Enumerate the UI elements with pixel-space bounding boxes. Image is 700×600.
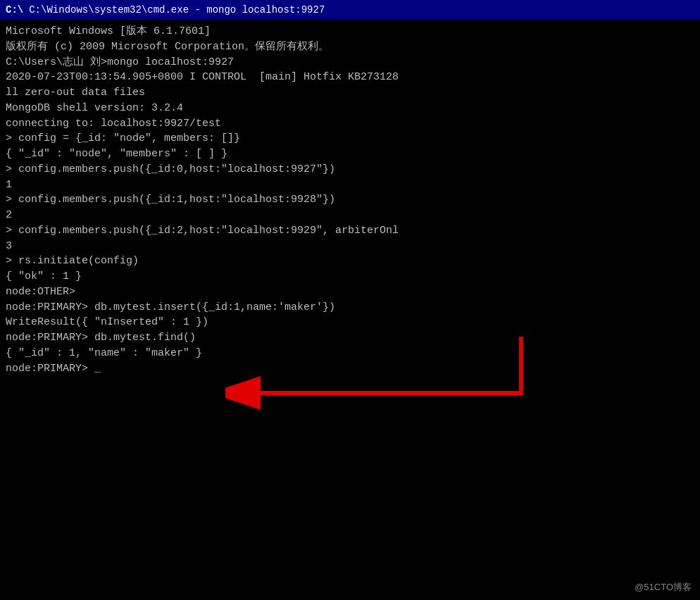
terminal-line: 版权所有 (c) 2009 Microsoft Corporation。保留所有… xyxy=(6,39,694,55)
window-title: C:\Windows\system32\cmd.exe - mongo loca… xyxy=(29,4,325,15)
terminal-line: > rs.initiate(config) xyxy=(6,254,694,269)
terminal-line: Microsoft Windows [版本 6.1.7601] xyxy=(6,24,694,39)
terminal-line: 2 xyxy=(6,208,694,223)
terminal-line: > config.members.push({_id:1,host:"local… xyxy=(6,192,694,208)
terminal-line: connecting to: localhost:9927/test xyxy=(6,116,694,132)
terminal-line: node:PRIMARY> db.mytest.find() xyxy=(6,330,694,346)
terminal-line: ll zero-out data files xyxy=(6,85,694,101)
terminal-line: 1 xyxy=(6,177,694,193)
terminal-line: > config.members.push({_id:2,host:"local… xyxy=(6,223,694,239)
terminal-line: > config.members.push({_id:0,host:"local… xyxy=(6,162,694,177)
watermark: @51CTO博客 xyxy=(635,581,692,594)
terminal-line: WriteResult({ "nInserted" : 1 }) xyxy=(6,315,694,330)
terminal-line: node:PRIMARY> db.mytest.insert({_id:1,na… xyxy=(6,300,694,315)
terminal-line: node:PRIMARY> _ xyxy=(6,361,694,377)
terminal-line: > config = {_id: "node", members: []} xyxy=(6,131,694,146)
terminal-line: node:OTHER> xyxy=(6,285,694,300)
title-bar: C:\ C:\Windows\system32\cmd.exe - mongo … xyxy=(0,0,700,20)
terminal-line: C:\Users\志山 刘>mongo localhost:9927 xyxy=(6,55,694,70)
terminal-line: { "_id" : "node", "members" : [ ] } xyxy=(6,146,694,162)
terminal-line: 3 xyxy=(6,239,694,254)
terminal-line: { "_id" : 1, "name" : "maker" } xyxy=(6,346,694,361)
cmd-icon: C:\ xyxy=(6,4,23,15)
terminal-line: { "ok" : 1 } xyxy=(6,269,694,285)
terminal-line: MongoDB shell version: 3.2.4 xyxy=(6,101,694,116)
terminal-window[interactable]: Microsoft Windows [版本 6.1.7601]版权所有 (c) … xyxy=(0,20,700,600)
terminal-line: 2020-07-23T00:13:54.905+0800 I CONTROL [… xyxy=(6,70,694,85)
